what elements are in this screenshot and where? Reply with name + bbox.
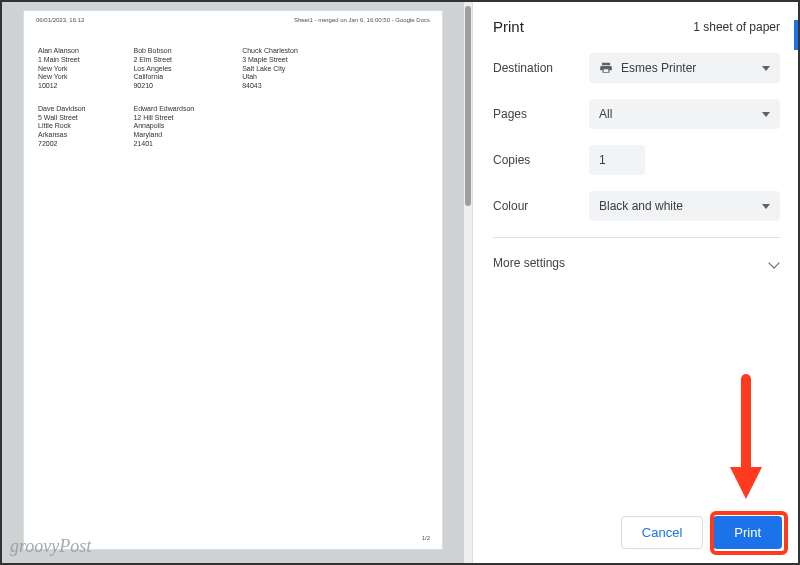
- destination-label: Destination: [493, 61, 589, 75]
- destination-select[interactable]: Esmes Printer: [589, 53, 780, 83]
- colour-value: Black and white: [599, 199, 683, 213]
- copies-label: Copies: [493, 153, 589, 167]
- print-button[interactable]: Print: [713, 516, 782, 549]
- dialog-footer: Cancel Print: [621, 516, 782, 549]
- caret-down-icon: [762, 112, 770, 117]
- colour-select[interactable]: Black and white: [589, 191, 780, 221]
- sheet-count: 1 sheet of paper: [693, 20, 780, 34]
- printer-icon: [599, 61, 613, 75]
- preview-page-number: 1/2: [422, 535, 430, 541]
- caret-down-icon: [762, 66, 770, 71]
- pages-value: All: [599, 107, 612, 121]
- pages-select[interactable]: All: [589, 99, 780, 129]
- preview-doc-title: Sheet1 - merged on Jan 6, 16:00:50 - Goo…: [294, 17, 430, 23]
- blue-edge-indicator: [794, 20, 798, 50]
- address-block: Chuck Charleston3 Maple StreetSalt Lake …: [242, 47, 298, 91]
- print-preview-pane: 06/01/2023, 16:12 Sheet1 - merged on Jan…: [2, 2, 464, 563]
- address-block: Edward Edwardson12 Hill StreetAnnapolisM…: [133, 105, 194, 149]
- more-settings-label: More settings: [493, 256, 565, 270]
- destination-value: Esmes Printer: [621, 61, 696, 75]
- caret-down-icon: [762, 204, 770, 209]
- cancel-button[interactable]: Cancel: [621, 516, 703, 549]
- divider: [493, 237, 780, 238]
- preview-addresses: Alan Alanson1 Main StreetNew YorkNew Yor…: [24, 29, 442, 167]
- address-block: Alan Alanson1 Main StreetNew YorkNew Yor…: [38, 47, 85, 91]
- address-block: Bob Bobson2 Elm StreetLos AngelesCalifor…: [133, 47, 194, 91]
- copies-input[interactable]: [589, 145, 645, 175]
- scrollbar-thumb[interactable]: [465, 6, 471, 206]
- preview-timestamp: 06/01/2023, 16:12: [36, 17, 84, 23]
- chevron-down-icon: [768, 257, 779, 268]
- preview-scrollbar[interactable]: [464, 2, 472, 563]
- preview-page: 06/01/2023, 16:12 Sheet1 - merged on Jan…: [23, 10, 443, 550]
- print-settings-panel: Print 1 sheet of paper Destination Esmes…: [472, 2, 798, 563]
- more-settings-toggle[interactable]: More settings: [493, 252, 780, 274]
- panel-title: Print: [493, 18, 524, 35]
- address-block: Dave Davidson5 Wall StreetLittle RockArk…: [38, 105, 85, 149]
- pages-label: Pages: [493, 107, 589, 121]
- colour-label: Colour: [493, 199, 589, 213]
